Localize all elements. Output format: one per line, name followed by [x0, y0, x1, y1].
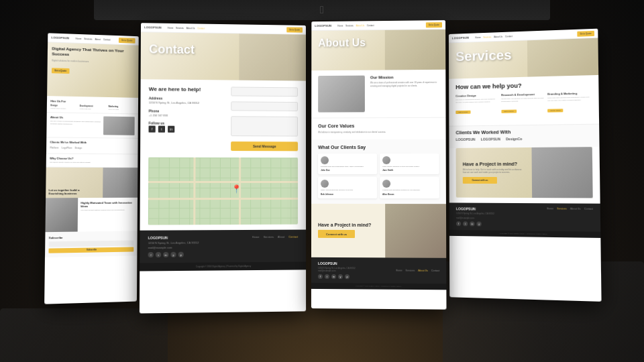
about-footer-links: Home Services About Us Contact — [396, 261, 439, 280]
about-footer-fb[interactable]: f — [318, 274, 323, 278]
instagram-icon[interactable]: in — [168, 126, 174, 133]
about-project-cta: Have a Project in mind? Connect with us — [311, 203, 446, 257]
home-col-dev-title: Development — [80, 105, 107, 108]
contact-nav-cta[interactable]: Get a Quote — [286, 27, 303, 32]
about-mission-text: Our Mission We are a team of professiona… — [370, 75, 439, 112]
services-project-cta: Have a Project in mind? We're here to he… — [456, 147, 593, 198]
services-footer-link-home[interactable]: Home — [547, 207, 553, 210]
home-col-mkt-text: Grow your brand — [109, 109, 135, 111]
about-hero: About Us — [311, 29, 445, 70]
twitter-icon[interactable]: t — [158, 126, 165, 133]
contact-address-value: 1234 N Spring St, Los Angeles, CA 90012 — [149, 101, 225, 105]
service-design-btn[interactable]: Get in Touch — [455, 111, 470, 114]
home-nav-logo: LOGOPSUN — [52, 36, 70, 40]
services-cta-desc: We're here to help. Get in touch with us… — [463, 168, 525, 174]
about-footer-link-about[interactable]: About Us — [418, 269, 428, 272]
services-nav-services: Services — [484, 36, 492, 38]
services-clients: Clients We Worked With LOGOPSUN LOGOPSUN… — [449, 124, 599, 148]
home-client-logos: Platform LogoPlum Design — [50, 145, 134, 151]
services-footer-link-services[interactable]: Services — [557, 207, 566, 210]
services-help-title: How can we help you? — [455, 80, 591, 90]
footer-fb-icon[interactable]: f — [148, 252, 154, 257]
services-cta-btn[interactable]: Connect with us — [463, 177, 497, 184]
test-text-2: Great results delivered on time and with… — [382, 165, 437, 168]
services-footer-tw[interactable]: t — [463, 221, 468, 226]
about-footer: LOGOPSUN 1234 N Spring St, Los Angeles, … — [311, 257, 446, 283]
test-text-4: Creative and innovative solutions for ou… — [382, 189, 437, 192]
services-footer-yt[interactable]: y — [476, 221, 481, 226]
footer-link-home[interactable]: Home — [252, 235, 260, 239]
service-rd-btn[interactable]: Get in Touch — [501, 110, 517, 113]
facebook-icon[interactable]: f — [149, 126, 156, 133]
contact-nav-logo: LOGOPSUN — [144, 25, 162, 29]
about-nav-cta[interactable]: Get a Quote — [426, 22, 443, 27]
home-subscribe-btn[interactable]: Subscribe — [48, 247, 133, 253]
footer-link-about[interactable]: About — [278, 235, 284, 239]
about-cta-btn[interactable]: Connect with us — [318, 230, 355, 238]
footer-link-contact[interactable]: Contact — [288, 235, 298, 239]
footer-pi-icon[interactable]: p — [178, 252, 184, 257]
services-client-logos: LOGOPSUN LOGOPSUN DesignCo — [455, 136, 592, 141]
service-branding-btn[interactable]: Get in Touch — [547, 109, 563, 112]
about-content: Our Mission We are a team of professiona… — [311, 70, 445, 118]
home-subscribe-title: Subscribe — [49, 235, 134, 239]
services-nav-home: Home — [475, 36, 480, 39]
about-page-mockup: LOGOPSUN Home Services About Us Contact … — [311, 20, 447, 310]
contact-footer-email: mail@example.com — [148, 245, 199, 249]
services-nav-cta[interactable]: Get a Quote — [577, 30, 594, 36]
services-footer-fb[interactable]: f — [456, 221, 461, 226]
contact-name-input[interactable] — [231, 86, 298, 97]
footer-link-services[interactable]: Services — [264, 235, 274, 239]
contact-phone-value: +1 234 567 890 — [149, 113, 225, 117]
about-footer-link-contact[interactable]: Contact — [431, 269, 439, 272]
contact-submit-btn[interactable]: Send Message — [231, 141, 298, 151]
about-footer-yt[interactable]: y — [338, 274, 343, 279]
footer-tw-icon[interactable]: t — [156, 252, 161, 257]
services-footer-link-about[interactable]: About Us — [570, 208, 581, 210]
services-cta-title: Have a Project in mind? — [463, 162, 525, 166]
about-nav-services: Services — [345, 24, 353, 27]
footer-in-icon[interactable]: in — [163, 252, 168, 257]
contact-message-input[interactable] — [231, 116, 298, 136]
home-nav-cta[interactable]: Get a Quote — [119, 38, 136, 44]
contact-email-input[interactable] — [231, 101, 298, 111]
home-why-text: We deliver quality results on time and w… — [50, 162, 134, 164]
about-footer-in[interactable]: in — [331, 274, 336, 279]
contact-hero-title: Contact — [149, 42, 298, 58]
about-footer-link-services[interactable]: Services — [406, 269, 415, 272]
services-footer-link-contact[interactable]: Contact — [584, 208, 593, 210]
home-subscribe-input[interactable] — [49, 240, 134, 247]
about-core-values: Our Core Values We believe in transparen… — [311, 117, 445, 139]
test-name-3: Bob Johnson — [321, 192, 374, 195]
about-footer-socials: f t in y p — [318, 274, 356, 278]
contact-social-icons: f t in — [149, 126, 225, 133]
services-footer-left: LOGOPSUN 1234 N Spring St, Los Angeles, … — [456, 206, 494, 226]
testimonial-2: Great results delivered on time and with… — [380, 153, 439, 174]
home-col-mkt-title: Marketing — [109, 105, 135, 109]
home-clients-title: Clients We've Worked With — [50, 140, 135, 144]
home-nav-link-2: Services — [84, 38, 92, 40]
about-nav-contact: Contact — [367, 24, 374, 27]
contact-nav-services: Services — [176, 26, 184, 29]
contact-nav-contact: Contact — [197, 27, 204, 29]
services-footer-in[interactable]: in — [470, 221, 474, 226]
service-rd: Research & Development We will help you … — [501, 93, 544, 115]
map-road-h1 — [148, 181, 298, 183]
contact-phone-block: Phone +1 234 567 890 — [149, 109, 225, 117]
service-branding-text: Need help with branding and marketing to… — [547, 96, 592, 101]
services-copyright: Copyright © 2024 Digital Agency | Powere… — [449, 230, 600, 238]
home-hero-btn[interactable]: Get a Quote — [52, 68, 70, 74]
home-col-dev: Development Custom web apps — [80, 105, 107, 110]
home-col-design-text: Creative visual solutions — [50, 107, 77, 109]
about-footer-pi[interactable]: p — [345, 274, 350, 279]
footer-yt-icon[interactable]: y — [170, 252, 176, 257]
home-col-dev-text: Custom web apps — [80, 108, 107, 110]
about-footer-link-home[interactable]: Home — [396, 269, 402, 272]
home-col-design: Design Creative visual solutions — [50, 104, 77, 109]
home-team-desc: Our team brings together diverse skills … — [80, 208, 135, 211]
about-footer-tw[interactable]: t — [325, 274, 329, 278]
home-about-image — [103, 117, 135, 135]
home-clients-section: Clients We've Worked With Platform LogoP… — [46, 137, 138, 154]
test-avatar-2 — [382, 156, 390, 164]
contact-nav-home: Home — [168, 26, 173, 29]
